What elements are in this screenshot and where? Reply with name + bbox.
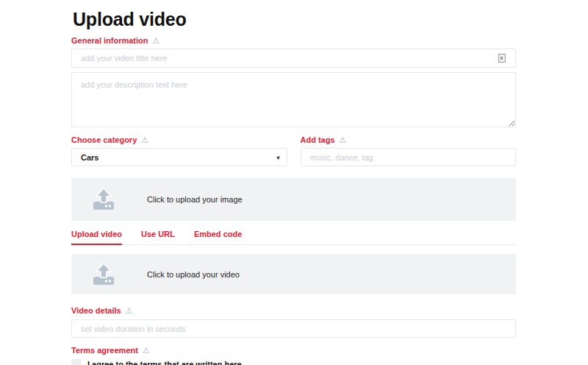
- warning-triangle-icon: ⚠: [126, 307, 133, 315]
- tags-column: Add tags ⚠: [301, 136, 517, 166]
- warning-triangle-icon: ⚠: [153, 37, 160, 45]
- category-selected-value: Cars: [81, 153, 98, 162]
- general-information-label: General information ⚠: [71, 37, 516, 45]
- video-details-label-text: Video details: [71, 307, 121, 315]
- terms-checkbox[interactable]: [71, 359, 81, 365]
- tab-upload-video[interactable]: Upload video: [71, 230, 122, 245]
- video-description-textarea[interactable]: [71, 72, 516, 127]
- warning-triangle-icon: ⚠: [340, 136, 347, 144]
- choose-category-label: Choose category ⚠: [71, 136, 287, 144]
- video-title-field-wrap: [71, 49, 516, 68]
- category-select[interactable]: Cars ▾: [71, 148, 287, 166]
- add-tags-label: Add tags ⚠: [301, 136, 517, 144]
- tab-embed-code[interactable]: Embed code: [194, 230, 242, 244]
- upload-icon: [90, 188, 118, 211]
- image-upload-text: Click to upload your image: [147, 195, 243, 204]
- chevron-down-icon: ▾: [276, 154, 279, 160]
- video-duration-input[interactable]: [71, 319, 516, 338]
- page-title: Upload video: [73, 9, 516, 29]
- upload-video-page: Upload video General information ⚠ Choos…: [0, 9, 588, 365]
- video-source-tabs: Upload video Use URL Embed code: [71, 230, 516, 245]
- terms-agreement-label: Terms agreement ⚠: [71, 347, 516, 355]
- warning-triangle-icon: ⚠: [141, 136, 148, 144]
- terms-checkbox-row: I agree to the terms that are written he…: [71, 359, 516, 365]
- video-upload-text: Click to upload your video: [147, 270, 240, 279]
- image-upload-dropzone[interactable]: Click to upload your image: [71, 178, 516, 221]
- add-tags-label-text: Add tags: [301, 136, 335, 144]
- warning-triangle-icon: ⚠: [143, 347, 150, 355]
- tags-input[interactable]: [301, 148, 517, 166]
- general-information-label-text: General information: [71, 37, 148, 45]
- terms-checkbox-label: I agree to the terms that are written he…: [87, 360, 244, 365]
- broken-image-icon: [498, 54, 506, 63]
- upload-icon: [90, 263, 118, 286]
- choose-category-label-text: Choose category: [71, 136, 137, 144]
- terms-agreement-label-text: Terms agreement: [71, 347, 138, 355]
- video-upload-dropzone[interactable]: Click to upload your video: [71, 254, 516, 294]
- video-title-input[interactable]: [71, 49, 516, 68]
- category-tags-row: Choose category ⚠ Cars ▾ Add tags ⚠: [71, 136, 516, 166]
- tab-use-url[interactable]: Use URL: [141, 230, 175, 244]
- category-column: Choose category ⚠ Cars ▾: [71, 136, 287, 166]
- video-details-label: Video details ⚠: [71, 307, 516, 315]
- video-duration-field-wrap: [71, 319, 516, 338]
